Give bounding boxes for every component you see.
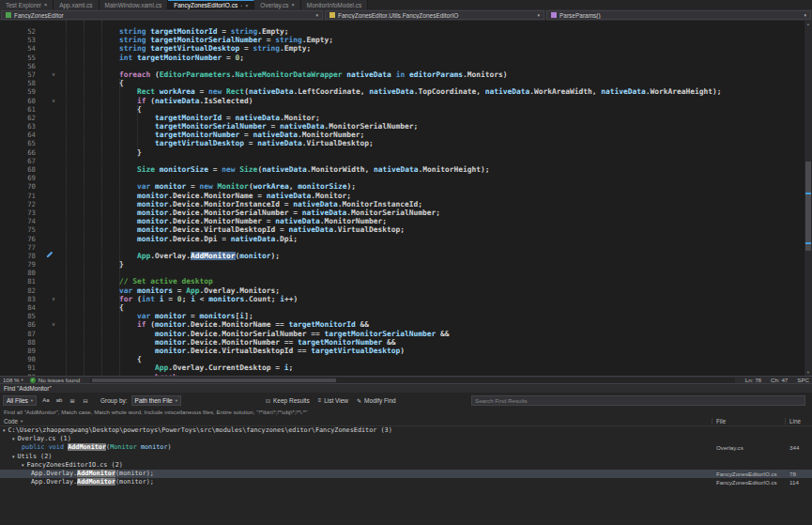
line-number[interactable]: 57 xyxy=(0,70,41,79)
code-line[interactable] xyxy=(66,269,804,277)
line-number[interactable]: 59 xyxy=(0,87,41,96)
tree-expander-icon[interactable]: ▾ xyxy=(3,427,6,433)
code-line[interactable]: targetMonitorSerialNumber = nativeData.M… xyxy=(66,122,804,131)
expand-all-button[interactable]: ⊞ xyxy=(67,395,78,406)
line-number[interactable]: 77 xyxy=(0,243,41,252)
code-line[interactable]: string targetMonitorSerialNumber = strin… xyxy=(66,36,804,44)
member-dropdown[interactable]: ParseParams() ▾ xyxy=(546,10,811,20)
find-result-row[interactable]: ▾Overlay.cs (1) xyxy=(0,435,812,443)
line-number[interactable]: 75 xyxy=(0,225,41,234)
line-number[interactable]: 61 xyxy=(0,105,41,114)
line-number[interactable]: 70 xyxy=(0,182,41,191)
tree-expander-icon[interactable]: ▾ xyxy=(12,454,15,459)
line-number[interactable]: 89 xyxy=(0,347,41,355)
tab-monitorinfomodel-cs[interactable]: MonitorInfoModel.cs xyxy=(301,0,369,9)
scrollbar-thumb[interactable] xyxy=(92,378,336,382)
code-line[interactable]: Size monitorSize = new Size(nativeData.M… xyxy=(66,165,804,174)
match-case-button[interactable]: Aa xyxy=(40,395,52,406)
code-folding-margin[interactable]: ∨∨∨∨ xyxy=(41,21,66,376)
line-number[interactable]: 60 xyxy=(0,97,41,105)
line-number[interactable]: 63 xyxy=(0,122,41,131)
code-line[interactable]: monitor.Device.MonitorNumber = nativeDat… xyxy=(66,217,804,225)
line-number[interactable]: 56 xyxy=(0,62,41,70)
line-number[interactable]: 90 xyxy=(0,355,41,363)
line-number[interactable]: 66 xyxy=(0,148,41,157)
code-line[interactable]: if (monitor.Device.MonitorName == target… xyxy=(66,320,804,329)
close-icon[interactable]: × xyxy=(292,2,295,8)
code-line[interactable] xyxy=(66,243,804,252)
scope-dropdown[interactable]: All Files ▾ xyxy=(3,395,37,406)
code-line[interactable]: var monitor = monitors[i]; xyxy=(66,312,804,320)
tab-test-explorer[interactable]: Test Explorer× xyxy=(0,0,54,9)
pin-icon[interactable]: ◦ xyxy=(240,3,242,8)
code-line[interactable]: // Set active desktop xyxy=(66,277,804,286)
line-number[interactable]: 85 xyxy=(0,312,41,320)
line-number[interactable]: 88 xyxy=(0,338,41,347)
code-line[interactable]: break; xyxy=(66,373,804,377)
code-line[interactable]: { xyxy=(66,355,804,363)
code-line[interactable]: targetMonitorId = nativeData.Monitor; xyxy=(66,114,804,122)
fold-chevron-icon[interactable]: ∨ xyxy=(41,70,66,79)
code-line[interactable] xyxy=(66,174,804,182)
code-line[interactable]: monitor.Device.VirtualDesktopId == targe… xyxy=(66,347,804,355)
code-line[interactable]: monitor.Device.MonitorInstanceId = nativ… xyxy=(66,200,804,208)
line-number[interactable]: 73 xyxy=(0,208,41,217)
tab-app-xaml-cs[interactable]: App.xaml.cs xyxy=(54,0,99,9)
code-line[interactable]: targetVirtualDesktop = nativeData.Virtua… xyxy=(66,139,804,147)
find-result-row[interactable]: public void AddMonitor(Monitor monitor)O… xyxy=(0,443,812,452)
keep-results-button[interactable]: ⊡Keep Results xyxy=(266,397,310,404)
code-line[interactable] xyxy=(66,62,804,70)
list-view-button[interactable]: ≡List View xyxy=(318,397,348,404)
code-content[interactable]: string targetMonitorId = string.Empty; s… xyxy=(66,21,804,376)
line-number[interactable]: 58 xyxy=(0,79,41,87)
code-line[interactable]: targetMonitorNumber = nativeData.Monitor… xyxy=(66,131,804,139)
code-line[interactable]: int targetMonitorNumber = 0; xyxy=(66,54,804,62)
line-number[interactable]: 52 xyxy=(0,27,41,36)
line-number[interactable]: 72 xyxy=(0,200,41,208)
code-line[interactable]: { xyxy=(66,79,804,87)
code-line[interactable]: string targetMonitorId = string.Empty; xyxy=(66,27,804,36)
find-result-row[interactable]: ▾FancyZonesEditorIO.cs (2) xyxy=(0,461,812,470)
line-number[interactable]: 82 xyxy=(0,286,41,295)
find-result-row[interactable]: ▾Utils (2) xyxy=(0,453,812,461)
scroll-up-icon[interactable]: ▴ xyxy=(804,22,812,26)
code-line[interactable]: { xyxy=(66,303,804,312)
line-number[interactable]: 67 xyxy=(0,157,41,165)
line-number[interactable]: 81 xyxy=(0,277,41,286)
vertical-scrollbar[interactable]: ▴ ▾ xyxy=(804,21,812,376)
line-number[interactable]: 79 xyxy=(0,260,41,269)
code-line[interactable]: { xyxy=(66,105,804,114)
code-line[interactable]: monitor.Device.Dpi = nativeData.Dpi; xyxy=(66,235,804,243)
code-line[interactable]: monitor.Device.VirtualDesktopId = native… xyxy=(66,225,804,234)
line-number[interactable]: 53 xyxy=(0,36,41,44)
tab-fancyzoneseditorio-cs[interactable]: FancyZonesEditorIO.cs◦× xyxy=(168,0,254,9)
line-number[interactable]: 55 xyxy=(0,54,41,62)
code-line[interactable]: foreach (EditorParameters.NativeMonitorD… xyxy=(66,70,804,79)
horizontal-scrollbar[interactable] xyxy=(90,378,735,383)
line-number[interactable]: 68 xyxy=(0,165,41,174)
find-result-row[interactable]: App.Overlay.AddMonitor(monitor);FancyZon… xyxy=(0,478,812,486)
line-number[interactable]: 74 xyxy=(0,217,41,225)
code-line[interactable]: var monitors = App.Overlay.Monitors; xyxy=(66,286,804,295)
line-number[interactable]: 87 xyxy=(0,330,41,338)
line-number[interactable]: 84 xyxy=(0,303,41,312)
type-dropdown[interactable]: FancyZonesEditor.Utils.FancyZonesEditorI… xyxy=(325,10,544,20)
code-line[interactable]: monitor.Device.MonitorSerialNumber == ta… xyxy=(66,330,804,338)
line-number[interactable]: 83 xyxy=(0,295,41,303)
find-result-row[interactable]: App.Overlay.AddMonitor(monitor);FancyZon… xyxy=(0,470,812,478)
close-icon[interactable]: × xyxy=(245,3,248,8)
line-number[interactable]: 76 xyxy=(0,235,41,243)
column-header-file[interactable]: File xyxy=(716,417,726,425)
tab-overlay-cs[interactable]: Overlay.cs× xyxy=(254,0,300,9)
modify-find-button[interactable]: ✎Modify Find xyxy=(357,397,396,404)
code-line[interactable]: monitor.Device.MonitorSerialNumber = nat… xyxy=(66,208,804,217)
line-number[interactable]: 71 xyxy=(0,192,41,200)
find-result-row[interactable]: ▾C:\Users\zhaopengwang\Desktop\powertoys… xyxy=(0,426,812,435)
code-line[interactable]: monitor.Device.MonitorName = nativeData.… xyxy=(66,192,804,200)
code-line[interactable]: App.Overlay.AddMonitor(monitor); xyxy=(66,252,804,260)
line-number[interactable]: 78 xyxy=(0,252,41,260)
line-number[interactable]: 86 xyxy=(0,320,41,329)
code-line[interactable]: if (nativeData.IsSelected) xyxy=(66,97,804,105)
scrollbar-thumb[interactable] xyxy=(805,162,811,251)
code-line[interactable]: var monitor = new Monitor(workArea, moni… xyxy=(66,182,804,191)
